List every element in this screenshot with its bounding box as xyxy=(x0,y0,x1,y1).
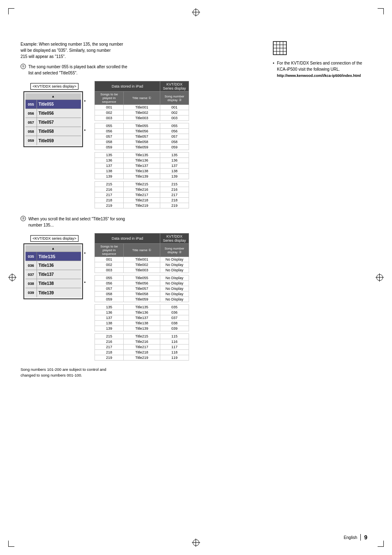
final-note: Song numbers 101-200 are subject to cont… xyxy=(21,367,261,379)
table-row: 136Title136036 xyxy=(95,310,189,315)
grid-icon-wrapper xyxy=(273,41,371,56)
table-row: 002Title002002 xyxy=(95,110,189,116)
table-row: 055Title055No Display xyxy=(95,275,189,281)
intro-line1: Example: When selecting number 135, the … xyxy=(21,42,123,46)
kvt-label-1: <KVT/DDX series display> xyxy=(30,83,78,90)
table-row: 003Title003No Display xyxy=(95,268,189,273)
note-1: ① The song number 055 is played back aft… xyxy=(21,64,261,76)
table-row: 136Title136136 xyxy=(95,158,189,163)
table-row: 058Title058058 xyxy=(95,139,189,145)
table-row: 138Title138138 xyxy=(95,169,189,174)
table-row: 139Title139039 xyxy=(95,326,189,331)
table-row: 055Title055055 xyxy=(95,123,189,129)
kvt-screen2-header: ▲ xyxy=(25,245,81,252)
table-row: 003Title003003 xyxy=(95,116,189,121)
table-row: 216Title216216 xyxy=(95,187,189,192)
table-1-wrapper: Data stored in iPad KVT/DDX Series displ… xyxy=(95,81,189,208)
bullet-item-1: For the KVT/DDX Series and connection of… xyxy=(273,60,371,79)
table-row: 217Title217117 xyxy=(95,345,189,350)
table1-col1: Songs to be played in sequence xyxy=(95,92,124,105)
right-col-text: For the KVT/DDX Series and connection of… xyxy=(273,60,371,79)
kvt-row-1-5: 059 Title059 xyxy=(25,136,81,145)
table-row: 217Title217217 xyxy=(95,192,189,198)
note2-text: When you scroll the list and select "Tit… xyxy=(28,217,125,221)
kvt-row-2-2: 036 Title136 xyxy=(25,261,81,270)
footer-language: English xyxy=(344,535,357,540)
table-2-wrapper: Data stored in iPad KVT/DDX Series displ… xyxy=(95,233,189,361)
table-row: 216Title216116 xyxy=(95,339,189,345)
table2-col2: Title name ① xyxy=(123,244,160,257)
footer-divider xyxy=(360,534,361,541)
kvt-screen-header: ▲ xyxy=(25,93,81,100)
intro-line3: 215 will appear as "115". xyxy=(21,54,66,59)
kvt-row-1-2: 056 Title056 xyxy=(25,109,81,118)
table-row: 137Title137037 xyxy=(95,315,189,321)
kvt-row-1-4: 058 Title058 xyxy=(25,127,81,136)
table2-col3: Song number display ② xyxy=(160,244,189,257)
kvt-screen-2: ▲ 035 Title135 036 Title136 037 xyxy=(23,243,83,299)
table2-col1: Songs to be played in sequence xyxy=(95,244,124,257)
final-note-line2: changed to song numbers 001-100. xyxy=(21,373,82,377)
table-row: 219Title219119 xyxy=(95,355,189,361)
table-row: 059Title059No Display xyxy=(95,297,189,302)
note-2: ② When you scroll the list and select "T… xyxy=(21,216,261,228)
final-note-line1: Song numbers 101-200 are subject to cont… xyxy=(21,367,106,372)
table1-header-ipad: Data stored in iPad xyxy=(95,81,160,92)
table-row: 135Title135135 xyxy=(95,153,189,158)
table1-header-kvt: KVT/DDX Series display xyxy=(160,81,189,92)
note-circle-1: ① xyxy=(21,64,26,69)
table-row: 135Title135035 xyxy=(95,305,189,310)
table-row: 057Title057057 xyxy=(95,134,189,139)
table-row: 056Title056056 xyxy=(95,129,189,134)
note1-text: The song number 055 is played back after… xyxy=(28,65,127,69)
table-row: 001Title001No Display xyxy=(95,257,189,262)
kvt-row-1-1: 055 Title055 xyxy=(25,100,81,109)
table-2: Data stored in iPad KVT/DDX Series displ… xyxy=(95,233,189,361)
table-row: 219Title219219 xyxy=(95,203,189,208)
kvt-screen-1: ▲ 055 Title055 056 Title056 057 xyxy=(23,91,83,147)
table-row: 215Title215115 xyxy=(95,334,189,339)
url-text: http://www.kenwood.com/i/kca-ip500/index… xyxy=(277,73,371,79)
grid-icon xyxy=(273,41,287,55)
left-column: Example: When selecting number 135, the … xyxy=(21,41,261,385)
note1-text2: list and selected "Title055". xyxy=(28,71,78,75)
kvt-row-1-3: 057 Title057 xyxy=(25,118,81,127)
right-column: For the KVT/DDX Series and connection of… xyxy=(273,41,371,385)
table-1: Data stored in iPad KVT/DDX Series displ… xyxy=(95,81,189,208)
kvt-row-2-5: 039 Title139 xyxy=(25,288,81,297)
table-row: 057Title057No Display xyxy=(95,286,189,291)
table-row: 215Title215215 xyxy=(95,182,189,187)
page-number: 9 xyxy=(364,534,367,541)
table-row: 059Title059059 xyxy=(95,145,189,150)
table2-header-ipad: Data stored in iPad xyxy=(95,234,160,244)
kvt-row-2-3: 037 Title137 xyxy=(25,270,81,279)
kvt-row-2-4: 038 Title138 xyxy=(25,279,81,288)
note-circle-2: ② xyxy=(21,216,26,221)
table-row: 138Title138038 xyxy=(95,321,189,326)
table1-col2: Title name ① xyxy=(123,92,160,105)
kvt-label-2: <KVT/DDX series display> xyxy=(30,235,78,242)
page-footer: English 9 xyxy=(344,534,367,541)
table-row: 218Title218218 xyxy=(95,198,189,203)
kvt-row-2-1: 035 Title135 xyxy=(25,252,81,261)
table-row: 002Title002No Display xyxy=(95,262,189,268)
note2-text2: number 135... xyxy=(28,223,54,227)
table1-col3: Song number display ② xyxy=(160,92,189,105)
intro-line2: will be displayed as "035". Similarly, s… xyxy=(21,48,111,53)
table-row: 137Title137137 xyxy=(95,163,189,169)
table-row: 056Title056No Display xyxy=(95,281,189,286)
intro-text: Example: When selecting number 135, the … xyxy=(21,41,261,60)
table-row: 058Title058No Display xyxy=(95,291,189,297)
table-row: 001Title001001 xyxy=(95,105,189,110)
table-row: 139Title139139 xyxy=(95,174,189,179)
table-row: 218Title218118 xyxy=(95,350,189,355)
table2-header-kvt: KVT/DDX Series display xyxy=(160,234,189,244)
